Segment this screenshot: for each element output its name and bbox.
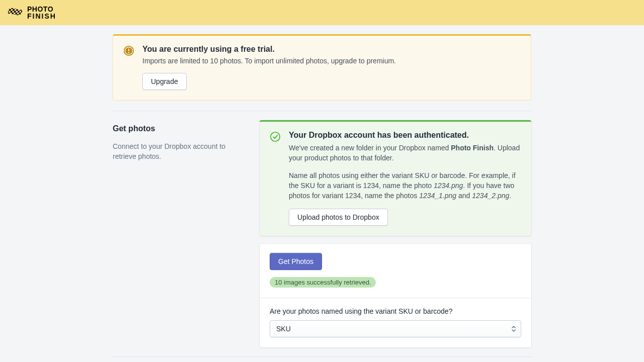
svg-rect-4 [128, 48, 129, 51]
brand-logo[interactable]: PHOTO FINISH [8, 6, 56, 20]
warning-icon [123, 45, 134, 56]
upgrade-button[interactable]: Upgrade [142, 73, 187, 90]
trial-banner-title: You are currently using a free trial. [142, 45, 396, 54]
get-photos-card: Get Photos 10 images successfully retrie… [260, 244, 531, 347]
brand-text: PHOTO FINISH [27, 6, 56, 20]
trial-banner: You are currently using a free trial. Im… [113, 34, 531, 101]
naming-scheme-select[interactable]: SKU [270, 320, 521, 337]
get-photos-button[interactable]: Get Photos [270, 253, 322, 270]
upload-to-dropbox-button[interactable]: Upload photos to Dropbox [289, 209, 388, 226]
get-photos-description: Connect to your Dropbox account to retri… [113, 141, 250, 162]
naming-question-label: Are your photos named using the variant … [270, 307, 521, 315]
flag-icon [8, 7, 24, 18]
dropbox-banner-p1: We've created a new folder in your Dropb… [289, 143, 521, 163]
svg-point-5 [128, 52, 129, 53]
get-photos-heading: Get photos [113, 124, 250, 133]
dropbox-banner-p2: Name all photos using either the variant… [289, 170, 521, 201]
topbar: PHOTO FINISH [0, 0, 644, 25]
trial-banner-body: Imports are limited to 10 photos. To imp… [142, 57, 396, 65]
get-photos-section: Get photos Connect to your Dropbox accou… [113, 111, 531, 347]
page-content: You are currently using a free trial. Im… [113, 25, 531, 362]
svg-point-6 [271, 132, 280, 141]
dropbox-auth-banner: Your Dropbox account has been authentica… [260, 120, 531, 236]
success-check-icon [270, 131, 281, 142]
dropbox-banner-title: Your Dropbox account has been authentica… [289, 131, 521, 140]
add-csv-section: Add CSV You can export the CSV from your… [113, 357, 531, 362]
retrieval-status-badge: 10 images successfully retrieved. [270, 277, 376, 288]
